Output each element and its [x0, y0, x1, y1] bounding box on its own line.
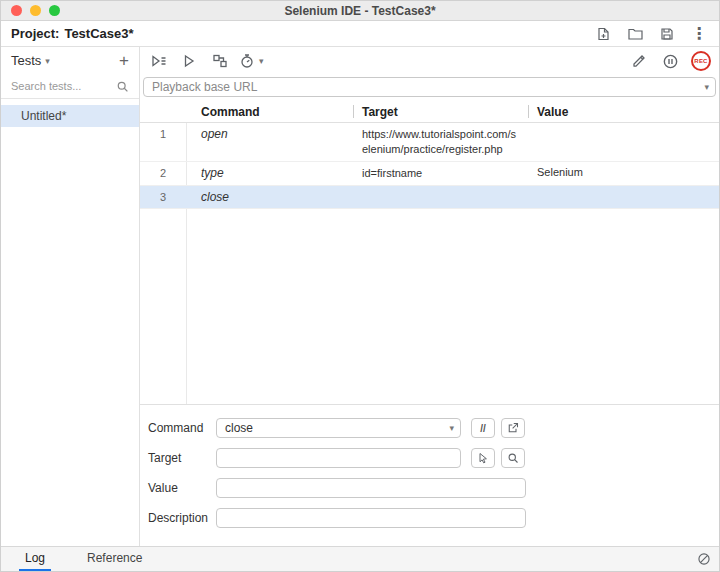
window-controls	[1, 5, 60, 16]
folder-icon	[627, 26, 644, 42]
command-editor-form: Command close ▾ // Target	[140, 404, 719, 546]
pause-on-exceptions-button[interactable]	[658, 50, 682, 72]
row-target: https://www.tutorialspoint.com/selenium/…	[353, 123, 528, 161]
tests-header: Tests ▾ +	[1, 47, 139, 74]
stopwatch-icon	[239, 53, 255, 69]
pause-circle-icon	[662, 53, 679, 70]
new-project-button[interactable]	[593, 24, 613, 44]
open-project-button[interactable]	[625, 24, 645, 44]
open-reference-button[interactable]	[501, 418, 525, 438]
description-field-label: Description	[148, 511, 216, 525]
row-value: Selenium	[528, 162, 719, 185]
row-command: close	[186, 186, 353, 208]
no-entry-icon	[697, 552, 711, 566]
minimize-window-button[interactable]	[30, 5, 41, 16]
table-row[interactable]: 1 open https://www.tutorialspoint.com/se…	[140, 123, 719, 162]
bottom-tab-bar: Log Reference	[1, 546, 719, 571]
project-label: Project:	[11, 26, 59, 41]
command-table-body: 1 open https://www.tutorialspoint.com/se…	[140, 123, 719, 404]
tests-sidebar: Tests ▾ + Untitled*	[1, 47, 140, 546]
chevron-down-icon[interactable]: ▾	[704, 82, 709, 92]
clear-log-button[interactable]	[689, 547, 719, 571]
row-target: id=firstname	[353, 162, 528, 185]
row-command: type	[186, 162, 353, 185]
main-panel: ▾ REC ▾ Command Target	[140, 47, 719, 546]
value-column-header: Value	[528, 101, 719, 122]
command-form-row: Command close ▾ //	[148, 418, 719, 438]
disable-breakpoints-icon	[631, 53, 648, 69]
new-project-icon	[595, 26, 611, 42]
fullscreen-window-button[interactable]	[49, 5, 60, 16]
select-target-button[interactable]	[471, 448, 495, 468]
chevron-down-icon: ▾	[259, 56, 264, 66]
description-form-row: Description	[148, 508, 719, 528]
run-all-tests-button[interactable]	[146, 50, 170, 72]
target-field-label: Target	[148, 451, 216, 465]
test-list: Untitled*	[1, 99, 139, 546]
more-menu-button[interactable]: ⋮	[689, 24, 709, 44]
find-target-button[interactable]	[501, 448, 525, 468]
kebab-menu-icon: ⋮	[691, 26, 707, 42]
playback-base-url-input[interactable]	[152, 80, 700, 94]
row-number: 3	[140, 186, 186, 208]
row-command: open	[186, 123, 353, 161]
project-bar: Project:TestCase3* ⋮	[1, 21, 719, 47]
value-form-row: Value	[148, 478, 719, 498]
row-value	[528, 123, 719, 161]
command-select-value: close	[225, 421, 445, 435]
chevron-down-icon[interactable]: ▾	[45, 56, 50, 66]
disable-breakpoints-button[interactable]	[627, 50, 651, 72]
content-area: Tests ▾ + Untitled*	[1, 47, 719, 546]
tests-dropdown[interactable]: Tests	[11, 53, 41, 68]
project-name: TestCase3*	[64, 26, 133, 41]
run-current-test-button[interactable]	[177, 50, 201, 72]
step-over-button[interactable]	[208, 50, 232, 72]
row-number-column-header	[140, 101, 186, 122]
project-title: Project:TestCase3*	[11, 26, 134, 41]
comment-toggle-button[interactable]: //	[471, 418, 495, 438]
target-column-header: Target	[353, 101, 528, 122]
save-project-button[interactable]	[657, 24, 677, 44]
row-number: 1	[140, 123, 186, 161]
save-icon	[659, 26, 675, 42]
play-icon	[181, 53, 197, 69]
command-field-label: Command	[148, 421, 216, 435]
step-over-icon	[212, 53, 228, 69]
description-input[interactable]	[216, 508, 526, 528]
row-value	[528, 186, 719, 208]
add-test-button[interactable]: +	[119, 52, 129, 69]
value-input[interactable]	[216, 478, 526, 498]
row-target	[353, 186, 528, 208]
search-tests-input[interactable]	[11, 80, 116, 92]
playback-toolbar: ▾ REC	[140, 47, 719, 75]
row-number: 2	[140, 162, 186, 185]
search-tests-row	[1, 74, 139, 99]
target-pointer-icon	[477, 452, 489, 464]
run-all-tests-icon	[150, 53, 167, 69]
target-form-row: Target	[148, 448, 719, 468]
table-row[interactable]: 2 type id=firstname Selenium	[140, 162, 719, 186]
tab-reference[interactable]: Reference	[81, 547, 148, 571]
table-row-selected[interactable]: 3 close	[140, 186, 719, 209]
target-input[interactable]	[216, 448, 461, 468]
value-field-label: Value	[148, 481, 216, 495]
search-icon	[507, 452, 519, 464]
command-column-header: Command	[186, 101, 353, 122]
search-icon	[116, 80, 129, 93]
chevron-down-icon: ▾	[449, 423, 454, 433]
test-speed-button[interactable]: ▾	[239, 53, 264, 69]
project-actions: ⋮	[593, 24, 709, 44]
command-select[interactable]: close ▾	[216, 418, 461, 438]
command-table-header: Command Target Value	[140, 101, 719, 123]
titlebar: Selenium IDE - TestCase3*	[1, 1, 719, 21]
window-title: Selenium IDE - TestCase3*	[1, 4, 719, 18]
test-list-item[interactable]: Untitled*	[1, 105, 139, 127]
close-window-button[interactable]	[11, 5, 22, 16]
record-button[interactable]: REC	[691, 51, 711, 71]
tab-log[interactable]: Log	[19, 547, 51, 571]
open-in-new-icon	[507, 422, 519, 434]
selenium-ide-window: Selenium IDE - TestCase3* Project:TestCa…	[0, 0, 720, 572]
playback-base-url-combobox[interactable]: ▾	[143, 77, 716, 97]
